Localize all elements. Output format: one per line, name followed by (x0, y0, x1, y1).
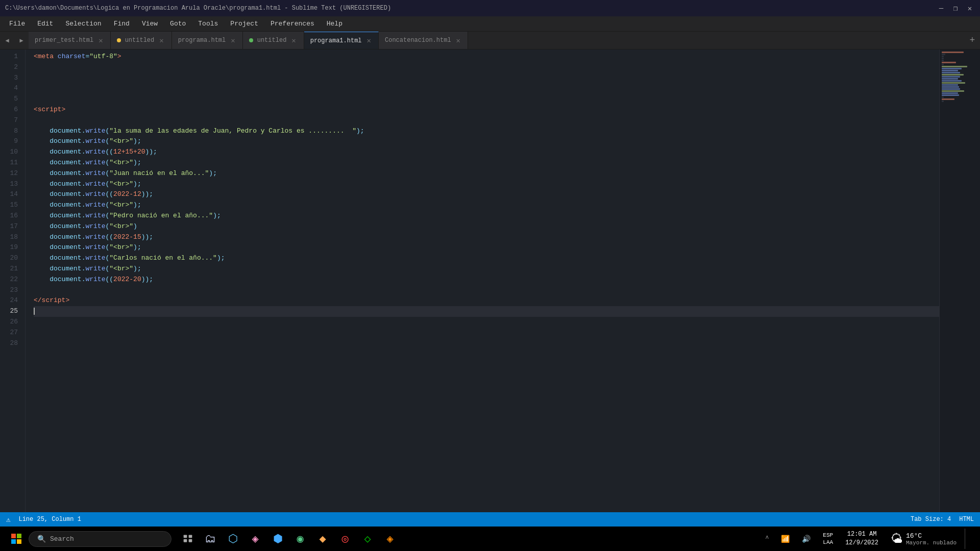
svg-rect-2 (11, 539, 16, 544)
title-text: C:\Users\damon\Documents\Logica en Progr… (5, 5, 391, 12)
code-line-7 (34, 115, 939, 126)
close-button[interactable]: ✕ (965, 3, 975, 13)
menu-view[interactable]: View (137, 18, 163, 30)
tab-modified-dot (117, 38, 121, 42)
show-desktop-separator (965, 529, 967, 549)
menu-tools[interactable]: Tools (193, 18, 223, 30)
svg-rect-5 (189, 535, 192, 538)
task-view-button[interactable] (178, 529, 198, 549)
menu-selection[interactable]: Selection (60, 18, 106, 30)
line-num-26: 26 (0, 317, 18, 328)
menu-goto[interactable]: Goto (165, 18, 191, 30)
language-selector[interactable]: ESP LAA (819, 530, 837, 548)
line-num-28: 28 (0, 338, 18, 349)
language-text: ESP LAA (823, 532, 833, 546)
tab-primer-test[interactable]: primer_test.html ✕ (29, 32, 111, 49)
minimize-button[interactable]: — (936, 3, 946, 13)
tab-close[interactable]: ✕ (455, 35, 461, 46)
code-line-8: document.write("la suma de las edades de… (34, 126, 939, 137)
code-line-2 (34, 62, 939, 73)
line-num-6: 6 (0, 105, 18, 115)
volume-icon[interactable]: 🔊 (798, 533, 815, 545)
code-line-18: document.write((2022-15)); (34, 232, 939, 243)
menu-file[interactable]: File (4, 18, 30, 30)
tab-nav-prev[interactable]: ◀ (0, 32, 14, 49)
menu-preferences[interactable]: Preferences (265, 18, 320, 30)
app-icon-6[interactable]: ◎ (335, 529, 355, 549)
code-line-23 (34, 285, 939, 296)
folder-icon: 🗂 (205, 532, 216, 546)
system-icons[interactable]: ^ (761, 533, 773, 544)
tab-close[interactable]: ✕ (366, 35, 372, 46)
clock[interactable]: 12:01 AM 12/9/2022 (841, 530, 883, 547)
task-view-icon (183, 534, 193, 544)
code-editor[interactable]: <meta charset="utf-8"> <script> document… (26, 49, 939, 512)
search-label: Search (50, 535, 74, 543)
app-icon-4[interactable]: ◉ (290, 529, 310, 549)
svg-rect-3 (17, 539, 21, 544)
app-3-icon: ⬢ (273, 532, 283, 546)
taskbar: 🔍 Search 🗂 ⬡ ◈ ⬢ ◉ ◆ (0, 527, 980, 551)
tab-untitled-2[interactable]: untitled ✕ (243, 32, 304, 49)
app-icon-2[interactable]: ◈ (245, 529, 265, 549)
show-desktop-button[interactable] (971, 529, 974, 549)
taskbar-search-box[interactable]: 🔍 Search (29, 531, 172, 547)
sublime-text-button[interactable]: ◈ (380, 529, 400, 549)
menu-project[interactable]: Project (225, 18, 263, 30)
line-num-13: 13 (0, 179, 18, 190)
code-line-27 (34, 328, 939, 338)
code-line-13: document.write("<br>"); (34, 179, 939, 190)
tab-concatenacion[interactable]: Concatenacion.html ✕ (379, 32, 468, 49)
tab-close[interactable]: ✕ (290, 35, 297, 46)
editor-container: 1 2 3 4 5 6 7 8 9 10 11 12 13 14 15 16 1… (0, 49, 980, 512)
tab-nav-next[interactable]: ▶ (14, 32, 29, 49)
tab-programa1[interactable]: programa1.html ✕ (304, 32, 379, 49)
status-tab-size[interactable]: Tab Size: 4 (911, 516, 951, 523)
menu-edit[interactable]: Edit (32, 18, 58, 30)
app-icon-5[interactable]: ◆ (312, 529, 333, 549)
tab-close[interactable]: ✕ (158, 35, 164, 46)
title-bar: C:\Users\damon\Documents\Logica en Progr… (0, 0, 980, 16)
line-num-20: 20 (0, 253, 18, 264)
tab-label: programa.html (178, 37, 226, 44)
tab-programa[interactable]: programa.html ✕ (172, 32, 243, 49)
line-num-22: 22 (0, 274, 18, 285)
tab-label: untitled (125, 37, 155, 44)
weather-widget[interactable]: 🌤 16°C Mayorm. nublado (887, 532, 961, 546)
line-num-16: 16 (0, 211, 18, 221)
file-explorer-button[interactable]: 🗂 (200, 529, 220, 549)
clock-date: 12/9/2022 (845, 539, 878, 547)
status-warning[interactable]: ⚠ (6, 515, 10, 524)
tab-untitled-1[interactable]: untitled ✕ (111, 32, 172, 49)
minimap (939, 49, 980, 512)
line-num-5: 5 (0, 94, 18, 105)
line-num-23: 23 (0, 285, 18, 296)
weather-icon: 🌤 (891, 532, 903, 546)
code-line-19: document.write("<br>"); (34, 242, 939, 253)
start-button[interactable] (6, 529, 27, 549)
weather-info: 16°C Mayorm. nublado (906, 532, 957, 546)
code-line-9: document.write("<br>"); (34, 136, 939, 147)
line-numbers: 1 2 3 4 5 6 7 8 9 10 11 12 13 14 15 16 1… (0, 49, 26, 512)
status-language[interactable]: HTML (959, 516, 974, 523)
line-num-1: 1 (0, 52, 18, 62)
code-line-21: document.write("<br>"); (34, 264, 939, 274)
app-icon-1[interactable]: ⬡ (223, 529, 243, 549)
svg-rect-7 (189, 539, 192, 542)
new-tab-button[interactable]: + (965, 32, 980, 49)
line-num-3: 3 (0, 73, 18, 84)
app-icon-7[interactable]: ◇ (357, 529, 378, 549)
app-icon-3[interactable]: ⬢ (267, 529, 288, 549)
text-cursor (34, 308, 35, 315)
tab-close[interactable]: ✕ (230, 35, 236, 46)
status-position[interactable]: Line 25, Column 1 (18, 516, 81, 523)
network-wifi-icon[interactable]: 📶 (777, 533, 794, 545)
line-num-9: 9 (0, 136, 18, 147)
code-line-20: document.write("Carlos nació en el año..… (34, 253, 939, 264)
app-2-icon: ◈ (252, 532, 258, 546)
restore-button[interactable]: ❒ (950, 3, 961, 13)
line-num-11: 11 (0, 158, 18, 168)
menu-find[interactable]: Find (109, 18, 135, 30)
menu-help[interactable]: Help (322, 18, 348, 30)
tab-close[interactable]: ✕ (97, 35, 104, 46)
